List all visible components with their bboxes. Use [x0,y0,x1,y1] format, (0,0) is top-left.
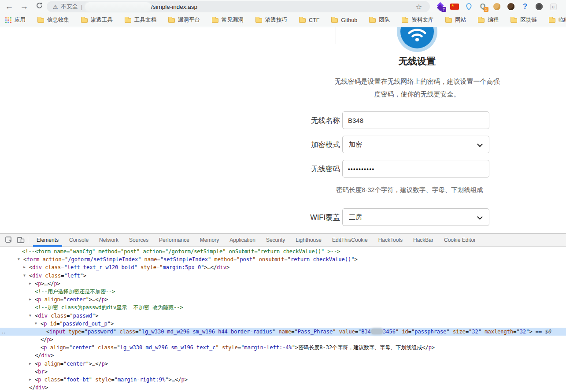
not-secure-warning-icon: ⚠ [53,4,58,10]
code-line[interactable]: ▼<div class="left"> [0,272,566,280]
expand-arrow-open-icon[interactable]: ▼ [18,255,20,263]
devtools-tab-security[interactable]: Security [261,234,290,247]
folder-icon [299,18,306,23]
bookmark-item[interactable]: 漏洞平台 [168,16,200,24]
bookmark-item[interactable]: 网站 [445,16,466,24]
wifi-password-input[interactable] [342,160,489,178]
folder-icon [511,18,517,23]
devtools-tab-sources[interactable]: Sources [124,234,154,247]
code-line[interactable]: ▶<p align="center">…</p> [0,360,566,368]
code-line[interactable]: </p> [0,336,566,344]
bookmark-item[interactable]: 常见漏洞 [212,16,244,24]
extension-badge: 7 [441,7,446,12]
devtools-tab-hackbar[interactable]: HackBar [408,234,439,247]
code-line[interactable]: <!--加密 class为passwd的div显示 不加密 改为隐藏--> [0,303,566,311]
code-line[interactable]: ▶<p class="foot-bt" style="margin-right:… [0,376,566,384]
code-line[interactable]: <p align="center" class="lg_w330 md_w296… [0,344,566,351]
folder-icon [125,18,131,23]
bookmark-item[interactable]: 应用 [5,16,26,24]
wifi-coverage-select[interactable]: 三房 [342,208,489,226]
expand-arrow-closed-icon[interactable]: ▶ [29,296,31,303]
bookmark-item[interactable]: Github [331,17,357,23]
code-line[interactable]: </div> [0,384,566,392]
bookmark-label: 漏洞平台 [178,16,200,24]
devtools-tab-hacktools[interactable]: HackTools [373,234,408,247]
devtools-tab-console[interactable]: Console [64,234,94,247]
extensions-row: 7★Q1?u [436,1,566,12]
selected-code-line[interactable]: ‥<input type="password" class="lg_w330 m… [0,328,566,336]
expand-arrow-open-icon[interactable]: ▼ [35,320,37,328]
wifi-icon [397,27,437,52]
back-icon[interactable]: ← [4,0,15,13]
devtools-tab-elements[interactable]: Elements [31,234,64,247]
bookmark-item[interactable]: 渗透技巧 [255,16,287,24]
code-line[interactable]: ▼<form action="/goform/setSimpleIndex" n… [0,255,566,263]
bookmark-item[interactable]: 渗透工具 [81,16,113,24]
expand-arrow-closed-icon[interactable]: ▶ [29,360,31,368]
code-line[interactable]: <!--<form name="wanCfg" method="post" ac… [0,248,566,255]
devtools-tab-network[interactable]: Network [94,234,124,247]
bookmark-label: 工具文档 [134,16,156,24]
bookmark-item[interactable]: CTF [299,17,319,23]
expand-arrow-open-icon[interactable]: ▼ [29,312,31,320]
code-line[interactable]: ▼<div class="passwd"> [0,312,566,320]
devtools-tab-cookie-editor[interactable]: Cookie Editor [439,234,481,247]
bookmark-label: Github [341,17,357,23]
bookmark-label: 应用 [15,16,26,24]
devtools-tab-application[interactable]: Application [224,234,261,247]
bookmark-item[interactable]: 资料文库 [402,16,433,24]
expand-arrow-closed-icon[interactable]: ▶ [23,263,26,271]
code-line[interactable]: ▶<div class="left text_r w120 bold" styl… [0,263,566,271]
u-extension-icon[interactable]: u [549,2,558,11]
cookie-light-extension-icon[interactable] [492,2,501,11]
dark-gear-extension-icon[interactable] [535,2,544,11]
page-divider-line [336,27,336,44]
cookie-dark-extension-icon[interactable] [507,2,515,11]
bookmark-item[interactable]: 信息收集 [37,16,69,24]
expand-arrow-open-icon[interactable]: ▼ [23,272,26,280]
code-line[interactable]: ▶<p>…</p> [0,280,566,288]
bookmark-item[interactable]: 团队 [369,16,390,24]
code-line[interactable]: ▼<p id="passWord_out_p"> [0,320,566,328]
wifi-settings-page: 无线设置 无线密码是设置在无线网络上的密码，建议设置一个高强 度密码，使你的无线… [0,27,566,233]
expand-arrow-closed-icon[interactable]: ▶ [29,280,31,288]
devtools-toolbar: ElementsConsoleNetworkSourcesPerformance… [0,234,566,247]
code-line[interactable]: ▶<p align="center">…</p> [0,296,566,303]
redacted-host-blur [85,2,151,11]
q-extension-icon[interactable]: Q1 [478,2,487,11]
wifi-coverage-value: 三房 [349,213,362,222]
code-line[interactable]: </div> [0,351,566,359]
gutter-marker: ‥ [2,328,5,336]
encryption-mode-value: 加密 [349,141,362,149]
bookmark-item[interactable]: 编程 [478,16,499,24]
wifi-icon-circle [400,27,434,48]
devtools-tab-lighthouse[interactable]: Lighthouse [290,234,327,247]
bookmark-item[interactable]: 区块链 [511,16,537,24]
device-toolbar-icon[interactable] [15,235,26,245]
inspect-element-icon[interactable] [4,235,15,245]
reload-icon[interactable] [33,0,45,13]
devtools-tab-editthiscookie[interactable]: EditThisCookie [327,234,373,247]
code-line[interactable]: <br> [0,368,566,376]
expand-arrow-closed-icon[interactable]: ▶ [29,376,31,384]
encryption-mode-select[interactable]: 加密 [342,136,489,153]
purple-diamond-extension-icon[interactable]: 7 [436,2,445,11]
china-flag-extension-icon[interactable]: ★ [450,2,459,11]
code-line[interactable]: <!--用户选择加密还是不加密--> [0,288,566,296]
bookmark-label: 常见漏洞 [222,16,244,24]
clipped-extension-icon[interactable] [563,2,566,11]
folder-icon [255,18,262,23]
help-extension-icon[interactable]: ? [521,2,529,11]
bookmark-star-icon[interactable]: ☆ [416,3,422,11]
wifi-glyph [407,27,427,42]
ssid-input[interactable] [342,111,489,129]
bookmark-item[interactable]: 工具文档 [125,16,156,24]
devtools-tab-performance[interactable]: Performance [154,234,195,247]
devtools-tab-memory[interactable]: Memory [195,234,224,247]
bookmark-item[interactable]: 临时 [549,16,566,24]
devtools-tabs: ElementsConsoleNetworkSourcesPerformance… [31,234,481,247]
bookmark-label: 资料文库 [411,16,433,24]
address-bar[interactable]: ⚠ 不安全 | /simple-index.asp ☆ [47,1,430,12]
location-pin-extension-icon[interactable] [464,2,473,11]
forward-icon[interactable]: → [18,0,30,13]
